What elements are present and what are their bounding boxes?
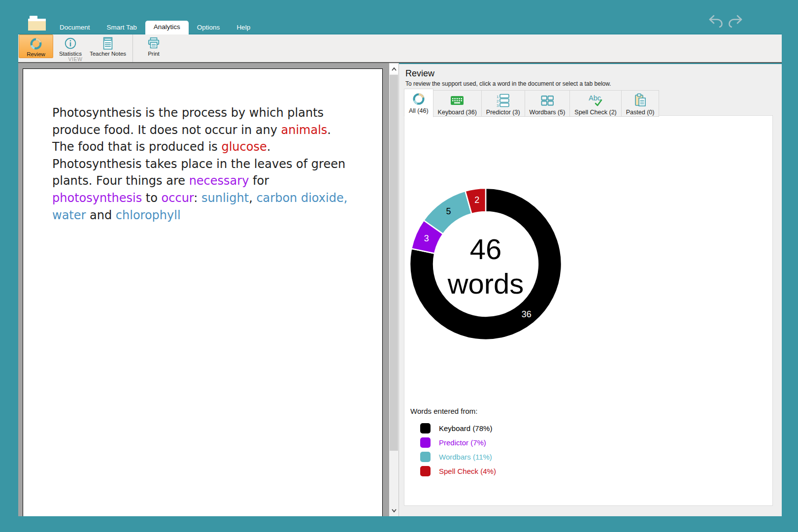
svg-text:Abc: Abc (589, 94, 601, 102)
document-line: photosynthesis to occur: sunlight, carbo… (52, 190, 347, 207)
doc-word-segment[interactable]: to (142, 191, 161, 205)
doc-word-segment[interactable]: animals (281, 123, 328, 137)
menu-item-smart-tab[interactable]: Smart Tab (99, 21, 145, 33)
doc-word-segment[interactable]: Photosynthesis takes place in the leaves… (52, 157, 345, 171)
spellcheck-icon: Abc (588, 93, 603, 108)
doc-word-segment[interactable]: : (194, 191, 201, 205)
legend-swatch (420, 423, 431, 433)
doc-word-segment[interactable]: The food that is produced is (52, 140, 221, 154)
ribbon-buttons: Review Statistics (19, 34, 168, 58)
print-button[interactable]: Print (139, 34, 168, 58)
review-tabs: All (46)Keyboard (36)123Predictor (3)Wor… (404, 89, 659, 117)
menu-item-analytics[interactable]: Analytics (145, 21, 189, 34)
legend-label: Keyboard (78%) (439, 424, 492, 432)
doc-word-segment[interactable]: water (52, 208, 86, 222)
document-line: water and chlorophyll (52, 207, 347, 224)
review-chart-card: 3635246words Words entered from: Keyboar… (404, 115, 773, 506)
donut-icon (411, 92, 426, 106)
scrollbar-down-button[interactable] (390, 506, 398, 514)
notes-icon (101, 36, 115, 50)
review-button[interactable]: Review (19, 34, 53, 58)
legend-label: Predictor (7%) (439, 438, 486, 447)
review-panel-subtitle: To review the support used, click a word… (405, 80, 611, 87)
document-text: Photosynthesis is the process by which p… (52, 104, 347, 224)
doc-word-segment[interactable]: for (249, 174, 269, 188)
app-window: DocumentSmart TabAnalyticsOptionsHelp (0, 0, 798, 532)
tab-label: Pasted (0) (626, 109, 655, 116)
svg-text:3: 3 (497, 103, 499, 108)
folder-icon-body (28, 21, 46, 31)
menu-item-document[interactable]: Document (51, 21, 99, 33)
menu-bar: DocumentSmart TabAnalyticsOptionsHelp (51, 21, 259, 33)
tab-spell-check-2[interactable]: AbcSpell Check (2) (569, 90, 621, 117)
toolbar-separator (133, 34, 133, 62)
printer-icon (147, 36, 161, 50)
document-line: plants. Four things are necessary for (52, 172, 347, 190)
donut-chart: 3635246words (404, 183, 567, 345)
vertical-scrollbar[interactable] (389, 63, 399, 516)
document-line: Photosynthesis is the process by which p… (52, 104, 347, 122)
tab-label: Wordbars (5) (530, 109, 565, 116)
folder-icon[interactable] (28, 16, 46, 31)
doc-word-segment[interactable]: occur (162, 191, 194, 205)
doc-word-segment[interactable]: plants. Four things are (52, 174, 189, 188)
doc-word-segment[interactable]: photosynthesis (52, 191, 142, 205)
donut-center-value: 46 (470, 233, 502, 265)
document-area: Photosynthesis is the process by which p… (18, 63, 389, 516)
doc-word-segment[interactable]: produce food. It does not occur in any (52, 123, 281, 137)
doc-word-segment[interactable]: sunlight (201, 191, 249, 205)
predictor-icon: 123 (496, 93, 510, 108)
menu-item-help[interactable]: Help (228, 21, 259, 33)
tab-all-46[interactable]: All (46) (404, 89, 433, 117)
print-button-label: Print (148, 51, 160, 57)
document-line: Photosynthesis takes place in the leaves… (52, 156, 347, 173)
tab-keyboard-36[interactable]: Keyboard (36) (433, 90, 482, 117)
legend-label: Spell Check (4%) (439, 467, 496, 475)
legend-swatch (420, 452, 431, 462)
doc-word-segment[interactable]: . (327, 123, 331, 137)
ribbon-group-label: VIEW (19, 56, 132, 62)
document-page[interactable]: Photosynthesis is the process by which p… (23, 68, 383, 516)
tab-pasted-0[interactable]: Pasted (0) (621, 90, 660, 117)
legend-label: Wordbars (11%) (439, 453, 492, 461)
legend-row-wordbars: Wordbars (11%) (420, 450, 496, 464)
doc-word-segment[interactable]: carbon dioxide (256, 191, 343, 205)
teacher-notes-button[interactable]: Teacher Notes (88, 34, 128, 58)
doc-word-segment[interactable]: glucose (221, 140, 266, 154)
titlebar: DocumentSmart TabAnalyticsOptionsHelp (0, 0, 798, 33)
tab-label: Spell Check (2) (574, 109, 616, 116)
keyboard-icon (450, 93, 465, 108)
doc-word-segment[interactable]: chlorophyll (116, 208, 181, 222)
redo-icon[interactable] (728, 15, 743, 28)
doc-word-segment[interactable]: and (86, 208, 115, 222)
tab-predictor-3[interactable]: 123Predictor (3) (481, 90, 525, 117)
menu-item-options[interactable]: Options (189, 21, 229, 33)
slice-value-label: 36 (522, 309, 532, 319)
tab-label: Predictor (3) (486, 109, 520, 116)
doc-word-segment[interactable]: necessary (189, 174, 249, 188)
doc-word-segment[interactable]: . (267, 140, 271, 154)
tab-label: All (46) (409, 107, 429, 114)
doc-word-segment[interactable]: Photosynthesis is the process by which p… (52, 106, 324, 120)
scrollbar-thumb[interactable] (390, 75, 398, 451)
legend-row-keyboard: Keyboard (78%) (420, 421, 496, 435)
review-panel: Review To review the support used, click… (399, 63, 782, 516)
ribbon-toolbar: Review Statistics (18, 33, 782, 63)
legend-swatch (420, 437, 431, 448)
chart-legend-rows: Keyboard (78%)Predictor (7%)Wordbars (11… (410, 421, 496, 478)
doc-word-segment[interactable]: , (249, 191, 256, 205)
legend-row-spell-check: Spell Check (4%) (420, 464, 496, 478)
document-line: The food that is produced is glucose. (52, 138, 347, 156)
scrollbar-up-button[interactable] (390, 64, 398, 74)
document-line: produce food. It does not occur in any a… (52, 122, 347, 139)
undo-icon[interactable] (708, 15, 723, 28)
doc-word-segment[interactable]: , (344, 191, 348, 205)
quick-access-toolbar (708, 15, 743, 28)
statistics-button[interactable]: Statistics (53, 34, 88, 58)
tab-wordbars-5[interactable]: Wordbars (5) (525, 90, 570, 117)
legend-title: Words entered from: (410, 406, 496, 416)
wordbars-icon (540, 93, 555, 108)
slice-value-label: 3 (424, 233, 429, 243)
pasted-icon (633, 93, 648, 108)
donut-center-label: words (447, 267, 524, 299)
